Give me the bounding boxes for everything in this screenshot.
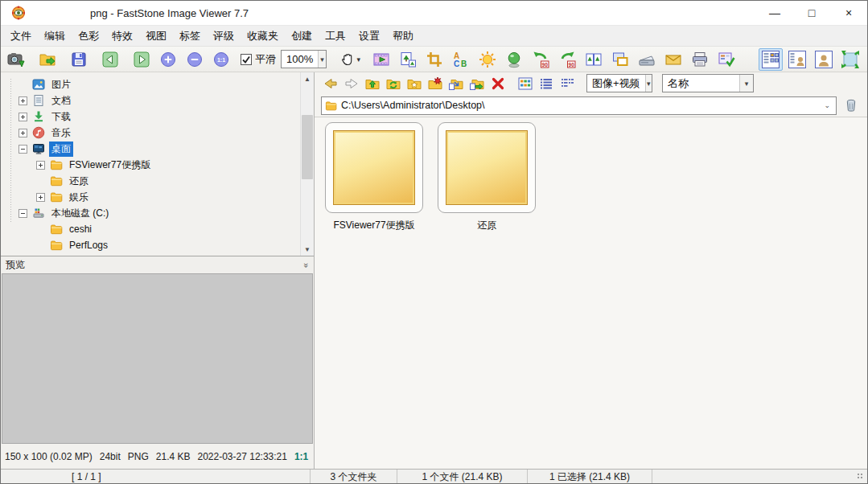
- chevron-down-icon[interactable]: ▾: [318, 51, 326, 68]
- scrollbar-thumb[interactable]: [302, 115, 313, 179]
- scroll-up-icon[interactable]: ▲: [301, 72, 314, 85]
- folder-thumbnail-card[interactable]: [438, 122, 536, 213]
- collapse-preview-icon[interactable]: »: [302, 262, 311, 267]
- menu-edit[interactable]: 编辑: [38, 26, 72, 47]
- crop-button[interactable]: [424, 49, 445, 70]
- tree-item-documents[interactable]: 文档: [1, 92, 299, 109]
- expand-icon[interactable]: [36, 161, 45, 170]
- new-folder-button[interactable]: [426, 75, 445, 92]
- menu-rating[interactable]: 评级: [207, 26, 241, 47]
- folder-item-label[interactable]: 还原: [438, 219, 536, 232]
- list-view-button[interactable]: [557, 75, 577, 92]
- save-as-button[interactable]: [68, 49, 89, 70]
- menu-effects[interactable]: 特效: [105, 26, 139, 47]
- tree-item-downloads[interactable]: 下载: [1, 109, 299, 125]
- resize-grip[interactable]: [857, 473, 865, 481]
- hand-tool-button[interactable]: ▾: [339, 49, 360, 70]
- file-filter-select[interactable]: 图像+视频 ▾: [586, 74, 652, 92]
- folder-thumbnail-image[interactable]: [446, 130, 528, 205]
- expand-icon[interactable]: [19, 129, 27, 137]
- tree-item-pictures[interactable]: 图片: [1, 76, 299, 92]
- forward-button[interactable]: [342, 75, 361, 92]
- menu-settings[interactable]: 设置: [352, 26, 386, 47]
- compare-images-button[interactable]: [583, 49, 604, 70]
- menu-tag[interactable]: 标签: [173, 26, 207, 47]
- sort-select[interactable]: 名称 ▾: [662, 74, 754, 92]
- next-image-button[interactable]: [131, 49, 152, 70]
- external-programs-button[interactable]: [716, 49, 737, 70]
- menu-create[interactable]: 创建: [285, 26, 319, 47]
- address-path[interactable]: C:\Users\Administrator\Desktop\: [341, 100, 821, 111]
- menu-help[interactable]: 帮助: [386, 26, 420, 47]
- tree-item-huanyuan[interactable]: 还原: [1, 173, 299, 189]
- delete-button[interactable]: [488, 75, 508, 92]
- photo-capture-button[interactable]: [6, 49, 27, 70]
- full-preview-button[interactable]: [812, 48, 836, 71]
- adjust-colors-button[interactable]: [504, 49, 525, 70]
- smooth-checkbox[interactable]: 平滑: [241, 52, 276, 67]
- menu-file[interactable]: 文件: [4, 26, 38, 47]
- screen-capture-button[interactable]: [610, 49, 631, 70]
- zoom-out-button[interactable]: [184, 49, 205, 70]
- menu-tools[interactable]: 工具: [319, 26, 352, 47]
- chevron-down-icon[interactable]: ⌄: [821, 101, 833, 109]
- folder-thumbnail-image[interactable]: [333, 130, 415, 205]
- tree-item-local-disk-c[interactable]: 本地磁盘 (C:): [1, 205, 299, 221]
- folder-item[interactable]: FSViewer77便携版: [325, 122, 423, 232]
- chevron-down-icon[interactable]: ▾: [645, 75, 652, 92]
- resize-button[interactable]: [397, 49, 418, 70]
- previous-image-button[interactable]: [100, 49, 121, 70]
- expand-icon[interactable]: [36, 193, 45, 202]
- folder-item-label[interactable]: FSViewer77便携版: [325, 219, 423, 232]
- close-button[interactable]: ×: [830, 1, 867, 25]
- copy-to-folder-button[interactable]: [467, 75, 487, 92]
- email-button[interactable]: [663, 49, 684, 70]
- favorites-folder-button[interactable]: [405, 75, 424, 92]
- maximize-button[interactable]: □: [793, 1, 830, 25]
- refresh-folder-button[interactable]: [384, 75, 403, 92]
- menu-view[interactable]: 视图: [139, 26, 173, 47]
- thumbnails-view-button[interactable]: [516, 75, 535, 92]
- folder-thumbnail-card[interactable]: [325, 122, 423, 213]
- collapse-icon[interactable]: [19, 145, 27, 154]
- tree-item-perflogs[interactable]: PerfLogs: [1, 237, 299, 253]
- collapse-icon[interactable]: [19, 209, 27, 218]
- chevron-down-icon[interactable]: ▾: [356, 55, 360, 64]
- tree-scrollbar[interactable]: ▲ ▼: [300, 72, 314, 256]
- actual-size-button[interactable]: 1:1: [211, 49, 232, 70]
- details-view-button[interactable]: [537, 75, 556, 92]
- rotate-left-button[interactable]: 90: [530, 49, 551, 70]
- tree-item-fsviewer[interactable]: FSViewer77便携版: [1, 157, 299, 173]
- browser-view-button[interactable]: [759, 48, 783, 71]
- menu-colors[interactable]: 色彩: [72, 26, 105, 47]
- open-file-button[interactable]: [37, 49, 58, 70]
- tree-item-desktop[interactable]: 桌面: [1, 141, 299, 157]
- selected-tree-label[interactable]: 桌面: [49, 142, 73, 157]
- zoom-in-button[interactable]: [158, 49, 179, 70]
- move-to-folder-button[interactable]: [446, 75, 466, 92]
- preview-view-button[interactable]: [785, 48, 809, 71]
- chevron-down-icon[interactable]: ▾: [739, 75, 753, 92]
- folder-item[interactable]: 还原: [438, 122, 536, 232]
- address-bar[interactable]: C:\Users\Administrator\Desktop\ ⌄: [321, 96, 837, 115]
- print-button[interactable]: [689, 49, 710, 70]
- acquire-scanner-button[interactable]: [636, 49, 657, 70]
- scroll-down-icon[interactable]: ▼: [301, 243, 314, 256]
- slideshow-button[interactable]: [371, 49, 392, 70]
- menu-favorites[interactable]: 收藏夹: [241, 26, 285, 47]
- fullscreen-button[interactable]: [838, 48, 862, 71]
- file-browser-area[interactable]: FSViewer77便携版 还原: [315, 117, 867, 469]
- recycle-bin-button[interactable]: [841, 96, 861, 115]
- tree-item-music[interactable]: 音乐: [1, 125, 299, 141]
- tree-item-ceshi[interactable]: ceshi: [1, 221, 299, 237]
- tree-item-yule[interactable]: 娱乐: [1, 189, 299, 205]
- back-button[interactable]: [321, 75, 340, 92]
- expand-icon[interactable]: [19, 96, 27, 105]
- expand-icon[interactable]: [19, 113, 27, 121]
- rotate-right-button[interactable]: 90: [557, 49, 578, 70]
- up-folder-button[interactable]: [363, 75, 382, 92]
- draw-text-button[interactable]: A C B: [450, 49, 471, 70]
- zoom-level-select[interactable]: 100% ▾: [281, 50, 327, 68]
- minimize-button[interactable]: —: [756, 1, 793, 25]
- adjust-lighting-button[interactable]: [477, 49, 498, 70]
